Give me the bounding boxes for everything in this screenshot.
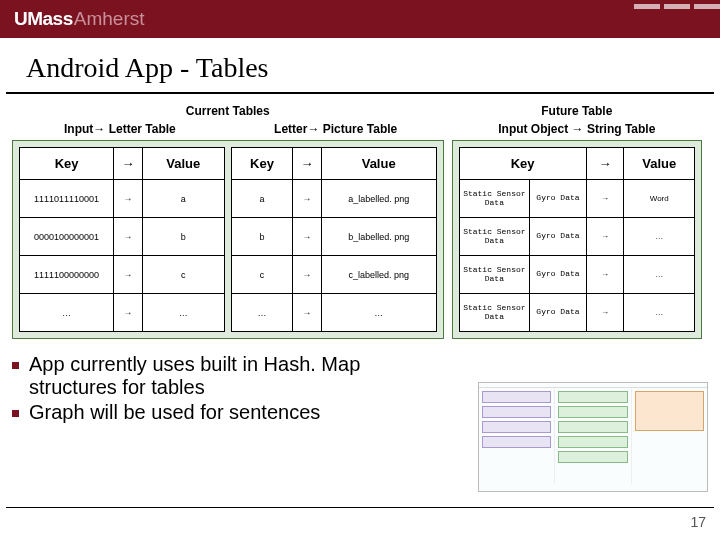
table-row: 0000100000001→b — [20, 218, 225, 256]
table-row: b→b_labelled. png — [231, 218, 436, 256]
arrow-icon: → — [586, 218, 624, 256]
bullet-text: App currently uses built in Hash. Map st… — [29, 353, 429, 399]
th-value: Value — [624, 148, 695, 180]
input-object-string-label: Input Object → String Table — [452, 122, 703, 136]
table-row: …→… — [231, 294, 436, 332]
cell-value: a — [142, 180, 224, 218]
cell-key: 1111011110001 — [20, 180, 114, 218]
cell-key: 0000100000001 — [20, 218, 114, 256]
th-key: Key — [459, 148, 586, 180]
cell-value: c_labelled. png — [321, 256, 436, 294]
future-table-group: Future Table Input Object → String Table… — [452, 104, 703, 339]
table-row: Static Sensor DataGyro Data→… — [459, 218, 695, 256]
arrow-icon: → — [586, 294, 624, 332]
cell-value: … — [624, 218, 695, 256]
arrow-icon: → — [114, 218, 143, 256]
cell-value: Word — [624, 180, 695, 218]
letter-picture-table: Key → Value a→a_labelled. png b→b_labell… — [231, 147, 437, 332]
slide: UMass Amherst Android App - Tables Curre… — [0, 0, 720, 540]
arrow-icon: → — [114, 180, 143, 218]
table-row: a→a_labelled. png — [231, 180, 436, 218]
brand-part1: UMass — [14, 8, 73, 30]
th-key: Key — [231, 148, 292, 180]
cell-value: … — [624, 294, 695, 332]
page-number: 17 — [690, 514, 706, 530]
arrow-icon: → — [586, 256, 624, 294]
cell-value: … — [624, 256, 695, 294]
brand-accent-icon — [634, 4, 720, 9]
cell-value: b — [142, 218, 224, 256]
future-table-box: Key → Value Static Sensor DataGyro Data→… — [452, 140, 703, 339]
current-tables-box: Key → Value 1111011110001→a 000010000000… — [12, 140, 444, 339]
footer-divider — [6, 507, 714, 508]
letter-picture-label: Letter→ Picture Table — [228, 122, 444, 136]
cell-key1: Static Sensor Data — [459, 294, 530, 332]
future-table-label: Future Table — [452, 104, 703, 118]
table-row: …→… — [20, 294, 225, 332]
th-value: Value — [142, 148, 224, 180]
brand-bar: UMass Amherst — [0, 0, 720, 38]
cell-key2: Gyro Data — [530, 180, 587, 218]
current-tables-label: Current Tables — [12, 104, 444, 118]
page-title: Android App - Tables — [6, 38, 714, 94]
cell-key: … — [231, 294, 292, 332]
cell-key2: Gyro Data — [530, 256, 587, 294]
cell-key: c — [231, 256, 292, 294]
bullet-text: Graph will be used for sentences — [29, 401, 320, 424]
cell-key1: Static Sensor Data — [459, 218, 530, 256]
arrow-icon: → — [293, 294, 322, 332]
input-letter-label: Input→ Letter Table — [12, 122, 228, 136]
cell-value: … — [142, 294, 224, 332]
arrow-icon: → — [114, 256, 143, 294]
cell-value: a_labelled. png — [321, 180, 436, 218]
cell-key: … — [20, 294, 114, 332]
table-row: 1111011110001→a — [20, 180, 225, 218]
table-row: 1111100000000→c — [20, 256, 225, 294]
cell-key1: Static Sensor Data — [459, 256, 530, 294]
arrow-icon: → — [293, 148, 322, 180]
table-row: Static Sensor DataGyro Data→… — [459, 256, 695, 294]
cell-key: b — [231, 218, 292, 256]
brand-part2: Amherst — [74, 8, 145, 30]
arrow-icon: → — [293, 256, 322, 294]
cell-key2: Gyro Data — [530, 218, 587, 256]
table-groups: Current Tables Input→ Letter Table Lette… — [12, 104, 708, 339]
bullet-icon — [12, 362, 19, 369]
bullet-icon — [12, 410, 19, 417]
cell-key1: Static Sensor Data — [459, 180, 530, 218]
cell-value: … — [321, 294, 436, 332]
table-row: Static Sensor DataGyro Data→… — [459, 294, 695, 332]
cell-key: a — [231, 180, 292, 218]
arrow-icon: → — [114, 148, 143, 180]
th-key: Key — [20, 148, 114, 180]
diagram-thumbnail — [478, 382, 708, 492]
th-value: Value — [321, 148, 436, 180]
cell-value: b_labelled. png — [321, 218, 436, 256]
table-row: Static Sensor DataGyro Data→Word — [459, 180, 695, 218]
cell-key: 1111100000000 — [20, 256, 114, 294]
arrow-icon: → — [114, 294, 143, 332]
cell-value: c — [142, 256, 224, 294]
table-row: c→c_labelled. png — [231, 256, 436, 294]
arrow-icon: → — [586, 148, 624, 180]
input-object-string-table: Key → Value Static Sensor DataGyro Data→… — [459, 147, 696, 332]
arrow-icon: → — [586, 180, 624, 218]
arrow-icon: → — [293, 218, 322, 256]
arrow-icon: → — [293, 180, 322, 218]
current-tables-group: Current Tables Input→ Letter Table Lette… — [12, 104, 444, 339]
cell-key2: Gyro Data — [530, 294, 587, 332]
input-letter-table: Key → Value 1111011110001→a 000010000000… — [19, 147, 225, 332]
